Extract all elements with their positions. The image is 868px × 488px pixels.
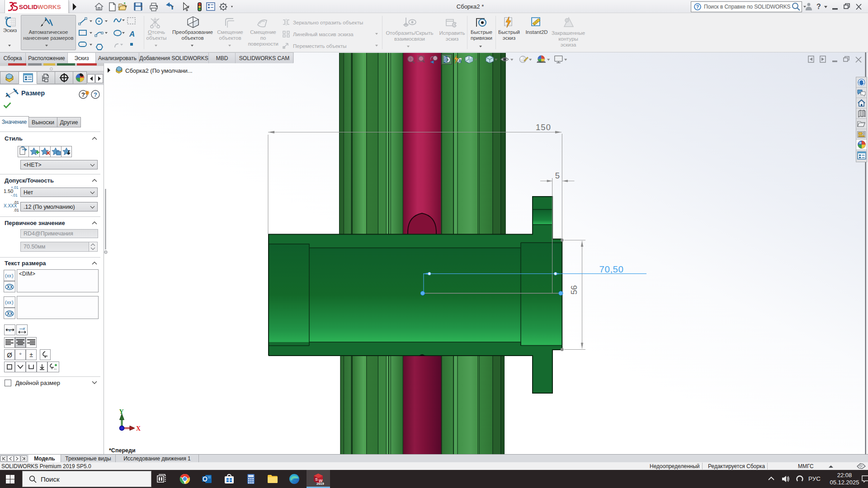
svg-text:?: ? bbox=[94, 91, 97, 98]
svg-text:X: X bbox=[136, 425, 141, 432]
svg-text:A: A bbox=[129, 30, 135, 38]
svg-text:?: ? bbox=[696, 4, 699, 9]
svg-text:?: ? bbox=[81, 91, 85, 98]
svg-text:70,50: 70,50 bbox=[599, 264, 624, 274]
svg-text:WORKS: WORKS bbox=[38, 4, 61, 10]
svg-text:xx: xx bbox=[7, 300, 11, 305]
svg-text:x: x bbox=[23, 326, 25, 331]
svg-text:SOLID: SOLID bbox=[19, 4, 38, 10]
svg-text:5: 5 bbox=[555, 171, 560, 180]
svg-text:x: x bbox=[9, 328, 11, 333]
svg-text:?: ? bbox=[816, 3, 821, 10]
svg-text:Y: Y bbox=[119, 408, 124, 415]
svg-text:): ) bbox=[12, 273, 14, 278]
svg-text:*Спереди: *Спереди bbox=[109, 447, 136, 454]
svg-text:xx: xx bbox=[7, 273, 11, 278]
svg-text:150: 150 bbox=[536, 122, 551, 132]
svg-text:S: S bbox=[315, 477, 318, 482]
svg-text:XX: XX bbox=[7, 311, 13, 316]
svg-text:56: 56 bbox=[569, 285, 579, 295]
svg-text:XX: XX bbox=[7, 285, 13, 290]
svg-text:A: A bbox=[458, 58, 462, 64]
svg-text:Сборка2 (По умолчани...: Сборка2 (По умолчани... bbox=[125, 67, 193, 74]
svg-text:): ) bbox=[12, 300, 14, 305]
